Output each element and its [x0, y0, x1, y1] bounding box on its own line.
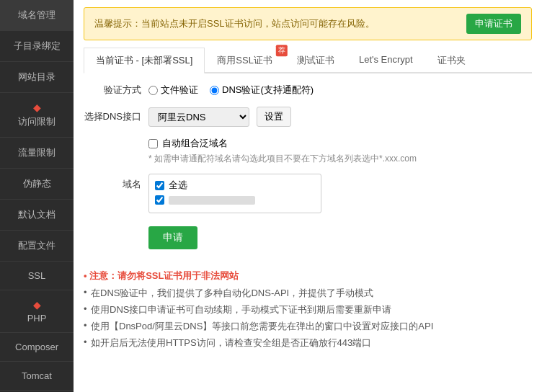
- dns-select[interactable]: 阿里云DNS 腾讯云DNS Cloudflare 手动: [148, 107, 249, 127]
- note-warning: • 注意：请勿将SSL证书用于非法网站: [84, 270, 532, 282]
- diamond-icon: ◆: [33, 299, 41, 311]
- sidebar-item-php[interactable]: ◆ PHP: [0, 290, 74, 333]
- notes-section: • 注意：请勿将SSL证书用于非法网站 在DNS验证中，我们提供了多种自动化DN…: [74, 270, 542, 349]
- apply-button[interactable]: 申请: [148, 226, 197, 249]
- sidebar-item-label: Tomcat: [22, 370, 52, 381]
- tab-commercial-ssl[interactable]: 商用SSL证书 荐: [205, 48, 285, 74]
- warning-bar: 温馨提示：当前站点未开启SSL证书访问，站点访问可能存在风险。 申请证书: [84, 7, 532, 40]
- note-warning-text: 注意：请勿将SSL证书用于非法网站: [89, 270, 239, 281]
- radio-file-label: 文件验证: [161, 84, 198, 97]
- domain-label: 域名: [84, 174, 141, 191]
- sidebar-item-rewrite[interactable]: 伪静态: [0, 169, 74, 200]
- sidebar-item-label: 访问限制: [18, 115, 55, 128]
- domain-checkbox[interactable]: [155, 195, 164, 205]
- warning-text: 温馨提示：当前站点未开启SSL证书访问，站点访问可能存在风险。: [94, 17, 375, 30]
- sidebar: 域名管理 子目录绑定 网站目录 ◆ 访问限制 流量限制 伪静态 默认文档 配置文…: [0, 0, 74, 392]
- sidebar-item-subdir[interactable]: 子目录绑定: [0, 31, 74, 62]
- domain-value: [169, 196, 255, 205]
- note-item-3: 使用【DnsPod/阿里云DNS】等接口前您需要先在弹出的窗口中设置对应接口的A…: [84, 320, 532, 333]
- note-warning-bullet: •: [84, 270, 89, 281]
- sidebar-item-domain[interactable]: 域名管理: [0, 0, 74, 31]
- dns-label: 选择DNS接口: [84, 110, 141, 123]
- wildcard-hint: * 如需申请通配符域名请勾选此项目不要在下方域名列表选中*.xxx.com: [148, 153, 532, 165]
- sidebar-item-label: 默认文档: [18, 208, 55, 221]
- note-item-2: 使用DNS接口申请证书可自动续期，手动模式下证书到期后需要重新申请: [84, 303, 532, 316]
- sidebar-item-tomcat[interactable]: Tomcat: [0, 362, 74, 391]
- verify-radio-group: 文件验证 DNS验证(支持通配符): [148, 84, 314, 97]
- tab-bar: 当前证书 - [未部署SSL] 商用SSL证书 荐 测试证书 Let's Enc…: [84, 48, 532, 74]
- sidebar-item-label: 子目录绑定: [14, 40, 61, 53]
- diamond-icon: ◆: [33, 102, 41, 113]
- domain-row: 域名 全选: [84, 174, 532, 213]
- radio-dns-label: DNS验证(支持通配符): [222, 84, 314, 97]
- radio-file-verify[interactable]: 文件验证: [148, 84, 198, 97]
- verify-label: 验证方式: [84, 84, 141, 97]
- select-all-checkbox[interactable]: [155, 181, 164, 190]
- auto-wildcard-row: 自动组合泛域名: [148, 137, 532, 150]
- dns-interface-row: 选择DNS接口 阿里云DNS 腾讯云DNS Cloudflare 手动 设置: [84, 107, 532, 127]
- sidebar-item-label: 网站目录: [18, 71, 55, 84]
- radio-dns-verify[interactable]: DNS验证(支持通配符): [210, 84, 314, 97]
- sidebar-item-ssl[interactable]: SSL: [0, 262, 74, 290]
- sidebar-item-traffic[interactable]: 流量限制: [0, 138, 74, 169]
- sidebar-item-label: 域名管理: [18, 9, 55, 22]
- radio-dns-input[interactable]: [210, 86, 219, 95]
- tab-lets-encrypt[interactable]: Let's Encrypt: [347, 48, 425, 74]
- sidebar-item-label: PHP: [27, 313, 47, 324]
- main-content: 温馨提示：当前站点未开启SSL证书访问，站点访问可能存在风险。 申请证书 当前证…: [74, 0, 542, 392]
- set-button[interactable]: 设置: [257, 107, 291, 127]
- note-item-4: 如开启后无法使用HTTPS访问，请检查安全组是否正确放行443端口: [84, 337, 532, 349]
- note-item-1: 在DNS验证中，我们提供了多种自动化DNS-API，并提供了手动模式: [84, 287, 532, 300]
- select-all-row: 全选: [155, 179, 315, 192]
- tab-cert-folder[interactable]: 证书夹: [425, 48, 478, 74]
- apply-cert-button[interactable]: 申请证书: [466, 14, 521, 34]
- verify-method-row: 验证方式 文件验证 DNS验证(支持通配符): [84, 84, 532, 97]
- sidebar-item-label: SSL: [28, 270, 46, 281]
- form-content: 验证方式 文件验证 DNS验证(支持通配符) 选择DNS接口 阿里云DNS 腾讯…: [74, 74, 542, 270]
- sidebar-item-access[interactable]: ◆ 访问限制: [0, 93, 74, 138]
- sidebar-item-label: Composer: [15, 342, 58, 352]
- domain-item-row: [155, 195, 315, 205]
- select-all-label: 全选: [169, 179, 187, 192]
- sidebar-item-default-doc[interactable]: 默认文档: [0, 200, 74, 231]
- sidebar-item-webdir[interactable]: 网站目录: [0, 62, 74, 93]
- auto-wildcard-checkbox[interactable]: [148, 139, 158, 148]
- sidebar-item-label: 配置文件: [18, 239, 55, 252]
- auto-wildcard-label: 自动组合泛域名: [162, 137, 228, 150]
- sidebar-item-label: 伪静态: [23, 177, 51, 190]
- sidebar-item-composer[interactable]: Composer: [0, 333, 74, 362]
- sidebar-item-config[interactable]: 配置文件: [0, 231, 74, 262]
- sidebar-item-label: 流量限制: [18, 146, 55, 159]
- radio-file-input[interactable]: [148, 86, 158, 95]
- domain-list-box: 全选: [148, 174, 321, 213]
- tab-current-cert[interactable]: 当前证书 - [未部署SSL]: [84, 48, 205, 74]
- tab-test-cert[interactable]: 测试证书: [285, 48, 347, 74]
